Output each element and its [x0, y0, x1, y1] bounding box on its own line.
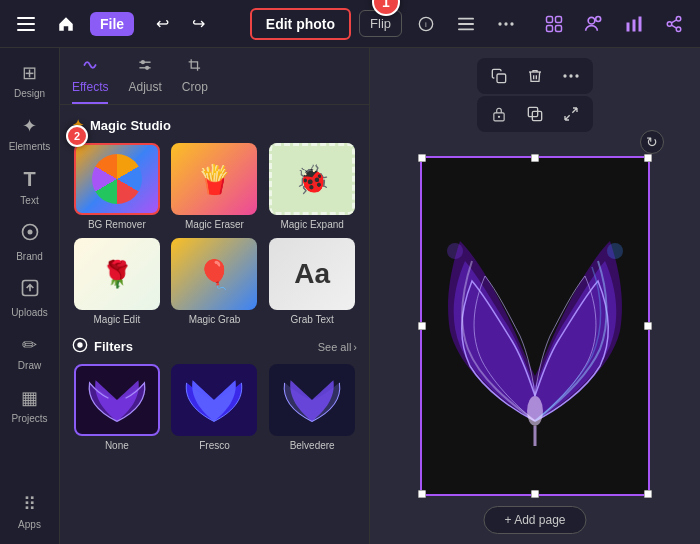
- elements-icon: ✦: [22, 115, 37, 137]
- sidebar: ⊞ Design ✦ Elements T Text Brand: [0, 48, 60, 544]
- sidebar-item-label: Projects: [11, 413, 47, 424]
- canvas-extra-toolbar: [477, 96, 593, 132]
- magic-expand-thumb: 🐞: [269, 143, 355, 215]
- tool-magic-grab[interactable]: 🎈 Magic Grab: [170, 238, 260, 325]
- filters-header: Filters See all ›: [60, 337, 369, 364]
- svg-point-26: [27, 230, 32, 235]
- hamburger-menu-icon[interactable]: [10, 8, 42, 40]
- edit-photo-button[interactable]: Edit photo: [250, 8, 351, 40]
- tool-grab-text[interactable]: Aa Grab Text: [267, 238, 357, 325]
- svg-rect-5: [458, 17, 474, 19]
- sidebar-item-text[interactable]: T Text: [4, 162, 56, 212]
- svg-point-22: [676, 27, 681, 32]
- adjust-tab-icon: [136, 58, 154, 76]
- svg-point-45: [607, 243, 623, 259]
- tool-magic-edit[interactable]: 🌹 Magic Edit: [72, 238, 162, 325]
- panel-tabs: Effects Adjust: [60, 48, 369, 105]
- rotate-handle[interactable]: ↻: [640, 130, 664, 154]
- sidebar-item-draw[interactable]: ✏ Draw: [4, 328, 56, 377]
- canvas-image-container[interactable]: ↻: [420, 156, 650, 496]
- filter-none-thumb: [74, 364, 160, 436]
- brand-icon: [20, 222, 40, 247]
- svg-rect-2: [17, 29, 35, 31]
- svg-point-20: [676, 16, 681, 21]
- list-icon[interactable]: [450, 8, 482, 40]
- canvas-delete-icon[interactable]: [521, 62, 549, 90]
- filter-fresco-thumb: [171, 364, 257, 436]
- chevron-right-icon: ›: [353, 341, 357, 353]
- draw-icon: ✏: [22, 334, 37, 356]
- magic-tools-grid: 2 BG Remover 🍟 Magic Eraser: [72, 143, 357, 325]
- sidebar-item-label: Draw: [18, 360, 41, 371]
- tab-crop[interactable]: Crop: [182, 58, 208, 104]
- analytics-icon[interactable]: [618, 8, 650, 40]
- tab-effects[interactable]: Effects: [72, 58, 108, 104]
- handle-bottom-mid[interactable]: [531, 490, 539, 498]
- filters-title: Filters: [72, 337, 133, 356]
- more-options-icon[interactable]: [490, 8, 522, 40]
- home-icon[interactable]: [50, 8, 82, 40]
- undo-button[interactable]: ↩: [146, 8, 178, 40]
- svg-point-44: [447, 243, 463, 259]
- svg-point-39: [498, 116, 500, 118]
- tab-adjust[interactable]: Adjust: [128, 58, 161, 104]
- info-icon[interactable]: i: [410, 8, 442, 40]
- canvas-expand-icon[interactable]: [557, 100, 585, 128]
- handle-top-right[interactable]: [644, 154, 652, 162]
- svg-point-36: [569, 74, 572, 77]
- wings-illustration: [430, 171, 640, 481]
- handle-mid-left[interactable]: [418, 322, 426, 330]
- main-area: ⊞ Design ✦ Elements T Text Brand: [0, 48, 700, 544]
- filter-fresco[interactable]: Fresco: [170, 364, 260, 451]
- bg-remover-label: BG Remover: [88, 219, 146, 230]
- handle-top-left[interactable]: [418, 154, 426, 162]
- canvas-more-icon[interactable]: [557, 62, 585, 90]
- svg-point-21: [667, 21, 672, 26]
- handle-top-mid[interactable]: [531, 154, 539, 162]
- svg-point-16: [596, 16, 601, 21]
- filter-none[interactable]: None: [72, 364, 162, 451]
- svg-rect-7: [458, 28, 474, 30]
- canvas-lock-icon[interactable]: [485, 100, 513, 128]
- collaborate-icon[interactable]: [578, 8, 610, 40]
- sidebar-item-design[interactable]: ⊞ Design: [4, 56, 56, 105]
- svg-point-31: [145, 66, 149, 70]
- svg-rect-1: [17, 23, 35, 25]
- canvas-toolbar: [477, 58, 593, 94]
- resize-icon[interactable]: [538, 8, 570, 40]
- sidebar-item-projects[interactable]: ▦ Projects: [4, 381, 56, 430]
- filter-belvedere[interactable]: Belvedere: [267, 364, 357, 451]
- svg-rect-0: [17, 17, 35, 19]
- handle-bottom-left[interactable]: [418, 490, 426, 498]
- file-menu[interactable]: File: [90, 12, 134, 36]
- filter-belvedere-thumb: [269, 364, 355, 436]
- see-all-filters[interactable]: See all ›: [318, 341, 357, 353]
- tool-magic-expand[interactable]: 🐞 Magic Expand: [267, 143, 357, 230]
- canvas-duplicate-icon[interactable]: [521, 100, 549, 128]
- filter-fresco-label: Fresco: [199, 440, 230, 451]
- sidebar-item-brand[interactable]: Brand: [4, 216, 56, 268]
- handle-bottom-right[interactable]: [644, 490, 652, 498]
- topbar-left: File ↩ ↪: [10, 8, 214, 40]
- tool-magic-eraser[interactable]: 🍟 Magic Eraser: [170, 143, 260, 230]
- sidebar-item-apps[interactable]: ⠿ Apps: [4, 487, 56, 536]
- svg-rect-34: [497, 74, 506, 83]
- add-page-button[interactable]: + Add page: [483, 506, 586, 534]
- svg-line-23: [671, 25, 676, 28]
- canvas-image: [422, 158, 648, 494]
- callout-1: 1: [372, 0, 400, 16]
- svg-line-24: [671, 19, 676, 22]
- handle-mid-right[interactable]: [644, 322, 652, 330]
- redo-button[interactable]: ↪: [182, 8, 214, 40]
- filter-none-label: None: [105, 440, 129, 451]
- canvas-copy-icon[interactable]: [485, 62, 513, 90]
- sidebar-item-elements[interactable]: ✦ Elements: [4, 109, 56, 158]
- sidebar-item-uploads[interactable]: Uploads: [4, 272, 56, 324]
- topbar: File ↩ ↪ 1 Edit photo Flip i: [0, 0, 700, 48]
- svg-point-35: [563, 74, 566, 77]
- svg-point-8: [498, 22, 501, 25]
- tool-bg-remover[interactable]: 2 BG Remover: [72, 143, 162, 230]
- share-icon[interactable]: [658, 8, 690, 40]
- uploads-icon: [20, 278, 40, 303]
- apps-icon: ⠿: [23, 493, 36, 515]
